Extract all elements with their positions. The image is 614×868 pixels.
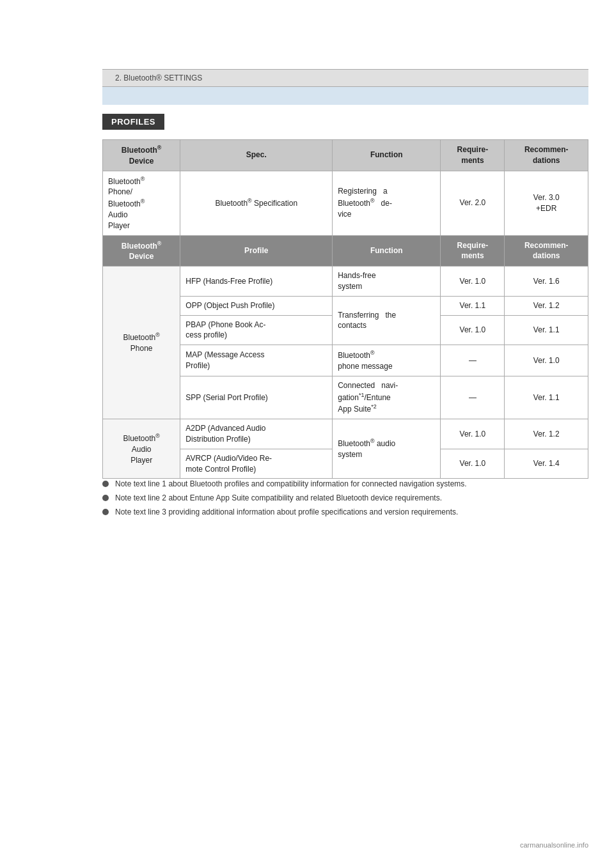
spec-rec-cell: Ver. 3.0+EDR (505, 171, 588, 235)
map-rec: Ver. 1.0 (505, 345, 588, 376)
subheader-rec: Recommen-dations (505, 235, 588, 267)
spec-spec-cell: Bluetooth® Specification (180, 171, 333, 235)
col-spec: Spec. (180, 140, 333, 171)
profiles-label: PROFILES (102, 114, 164, 130)
pbap-req: Ver. 1.0 (441, 315, 505, 345)
note-text-3: Note text line 3 providing additional in… (115, 508, 458, 516)
note-item-2: Note text line 2 about Entune App Suite … (102, 493, 588, 502)
map-req: — (441, 345, 505, 376)
pbap-rec: Ver. 1.1 (505, 315, 588, 345)
notes-section: Note text line 1 about Bluetooth profile… (102, 479, 588, 522)
note-item-3: Note text line 3 providing additional in… (102, 508, 588, 516)
opp-function: Transferring thecontacts (333, 296, 441, 345)
phone-device-cell: Bluetooth®Phone (103, 267, 180, 419)
bullet-icon-1 (102, 481, 109, 487)
a2dp-rec: Ver. 1.2 (505, 419, 588, 449)
col-recommendations: Recommen-dations (505, 140, 588, 171)
bullet-icon-3 (102, 509, 109, 515)
hfp-profile: HFP (Hands-Free Profile) (180, 267, 333, 297)
col-function: Function (333, 140, 441, 171)
spp-req: — (441, 376, 505, 419)
top-header-row: Bluetooth®Device Spec. Function Require-… (103, 140, 588, 171)
opp-profile: OPP (Object Push Profile) (180, 296, 333, 315)
spp-function: Connected navi-gation*1/EntuneApp Suite*… (333, 376, 441, 419)
opp-rec: Ver. 1.2 (505, 296, 588, 315)
section-header-bar: 2. Bluetooth® SETTINGS (102, 69, 588, 87)
map-profile: MAP (Message AccessProfile) (180, 345, 333, 376)
subheader-req: Require-ments (441, 235, 505, 267)
avrcp-rec: Ver. 1.4 (505, 449, 588, 479)
note-text-2: Note text line 2 about Entune App Suite … (115, 493, 442, 502)
hfp-req: Ver. 1.0 (441, 267, 505, 297)
hfp-rec: Ver. 1.6 (505, 267, 588, 297)
spp-rec: Ver. 1.1 (505, 376, 588, 419)
hfp-function: Hands-freesystem (333, 267, 441, 297)
spec-req-cell: Ver. 2.0 (441, 171, 505, 235)
subheader-function: Function (333, 235, 441, 267)
section-subheader (102, 87, 588, 105)
spp-profile: SPP (Serial Port Profile) (180, 376, 333, 419)
col-requirements: Require-ments (441, 140, 505, 171)
watermark: carmanualsonline.info (520, 841, 588, 849)
opp-req: Ver. 1.1 (441, 296, 505, 315)
pbap-profile: PBAP (Phone Book Ac-cess profile) (180, 315, 333, 345)
spec-device-cell: Bluetooth®Phone/Bluetooth®AudioPlayer (103, 171, 180, 235)
avrcp-req: Ver. 1.0 (441, 449, 505, 479)
profiles-table: Bluetooth®Device Spec. Function Require-… (102, 139, 588, 479)
avrcp-profile: AVRCP (Audio/Video Re-mote Control Profi… (180, 449, 333, 479)
a2dp-row: Bluetooth®AudioPlayer A2DP (Advanced Aud… (103, 419, 588, 449)
bullet-icon-2 (102, 495, 109, 501)
a2dp-profile: A2DP (Advanced AudioDistribution Profile… (180, 419, 333, 449)
section-header-text: 2. Bluetooth® SETTINGS (115, 74, 202, 82)
spec-row: Bluetooth®Phone/Bluetooth®AudioPlayer Bl… (103, 171, 588, 235)
subheader-profile: Profile (180, 235, 333, 267)
hfp-row: Bluetooth®Phone HFP (Hands-Free Profile)… (103, 267, 588, 297)
page-wrapper: 2. Bluetooth® SETTINGS PROFILES Bluetoot… (0, 0, 614, 868)
subheader-device: Bluetooth®Device (103, 235, 180, 267)
profile-subheader-row: Bluetooth®Device Profile Function Requir… (103, 235, 588, 267)
audio-device-cell: Bluetooth®AudioPlayer (103, 419, 180, 479)
map-function: Bluetooth®phone message (333, 345, 441, 376)
a2dp-req: Ver. 1.0 (441, 419, 505, 449)
col-device: Bluetooth®Device (103, 140, 180, 171)
table-container: Bluetooth®Device Spec. Function Require-… (102, 139, 588, 479)
note-text-1: Note text line 1 about Bluetooth profile… (115, 479, 467, 488)
spec-function-cell: Registering aBluetooth® de-vice (333, 171, 441, 235)
note-item-1: Note text line 1 about Bluetooth profile… (102, 479, 588, 488)
a2dp-function: Bluetooth® audiosystem (333, 419, 441, 479)
